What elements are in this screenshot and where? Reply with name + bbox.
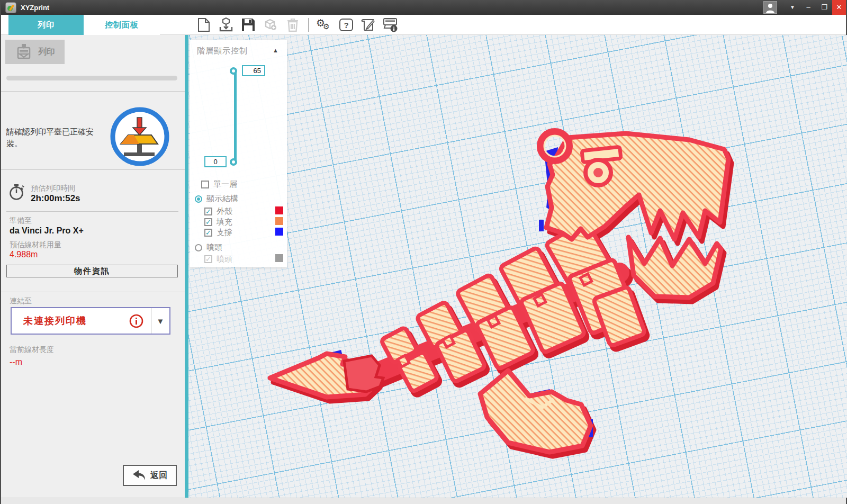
viewport-3d[interactable]: 階層顯示控制 ▲ 65 0 單一層 顯示結構 ✓ 外殼 ✓ 填充	[188, 35, 847, 498]
connection-info-icon[interactable]	[129, 314, 143, 328]
infill-color-swatch	[275, 217, 283, 225]
back-button[interactable]: 返回	[123, 465, 177, 486]
model-head	[546, 133, 728, 239]
platform-instruction-text: 請確認列印平臺已正確安裝。	[6, 126, 102, 149]
print-button[interactable]: 列印	[5, 40, 65, 64]
layer-panel-title: 階層顯示控制	[197, 46, 248, 56]
toolbar-separator	[308, 18, 309, 32]
toolbar: ⚙⚙ ?	[196, 15, 399, 35]
printer-info-icon[interactable]	[383, 17, 399, 33]
maximize-button[interactable]: ❐	[816, 0, 832, 15]
object-info-button[interactable]: 物件資訊	[6, 265, 178, 277]
model-lower-jaw	[628, 237, 721, 298]
shell-checkbox[interactable]: ✓	[204, 208, 212, 215]
title-bar: XYZprint ▼ – ❐ ✕	[1, 0, 846, 15]
layer-lower-value[interactable]: 0	[204, 156, 227, 167]
back-button-label: 返回	[150, 470, 167, 481]
stopwatch-icon	[8, 183, 25, 201]
nozzle-color-swatch	[275, 254, 283, 262]
show-structure-radio[interactable]	[195, 195, 202, 203]
nozzle-row[interactable]: ✓ 噴頭	[204, 254, 232, 264]
delete-icon[interactable]	[285, 17, 301, 33]
user-account-icon[interactable]	[763, 1, 777, 14]
platform-install-icon	[109, 106, 170, 169]
shell-row[interactable]: ✓ 外殼	[204, 206, 232, 217]
current-filament-value: --m	[10, 357, 22, 367]
estimated-time-label: 預估列印時間	[31, 184, 75, 193]
nozzle-radio-row[interactable]: 噴頭	[195, 242, 222, 253]
tab-toolbar-strip: 列印 控制面板 ⚙⚙ ?	[1, 15, 846, 35]
print-button-label: 列印	[38, 47, 55, 58]
app-window: XYZprint ▼ – ❐ ✕ 列印 控制面板	[0, 0, 847, 504]
layer-slider-upper-handle[interactable]	[230, 67, 237, 75]
sliced-model-trex[interactable]	[188, 35, 847, 498]
layer-display-panel: 階層顯示控制 ▲ 65 0 單一層 顯示結構 ✓ 外殼 ✓ 填充	[190, 40, 287, 267]
panel-viewport-divider	[185, 35, 188, 498]
infill-checkbox[interactable]: ✓	[204, 218, 212, 226]
printer-connection-dropdown[interactable]: 未連接列印機 ▼	[11, 307, 170, 335]
window-menu-caret[interactable]: ▼	[785, 0, 800, 15]
window-footer-strip	[1, 498, 846, 504]
filament-usage-value: 4.988m	[10, 250, 38, 259]
single-layer-checkbox[interactable]	[201, 181, 209, 188]
shell-color-swatch	[275, 206, 283, 214]
single-layer-row[interactable]: 單一層	[201, 179, 237, 190]
layer-upper-value[interactable]: 65	[242, 65, 265, 76]
help-icon[interactable]: ?	[338, 17, 354, 33]
export-model-icon[interactable]	[263, 17, 278, 33]
current-filament-label: 當前線材長度	[10, 345, 54, 355]
app-logo-icon	[5, 2, 16, 13]
close-button[interactable]: ✕	[832, 0, 846, 15]
window-title: XYZprint	[21, 4, 49, 12]
tab-control-panel[interactable]: 控制面板	[84, 15, 160, 35]
support-color-swatch	[275, 228, 283, 236]
minimize-button[interactable]: –	[800, 0, 816, 15]
new-file-icon[interactable]	[196, 17, 212, 33]
tab-print[interactable]: 列印	[8, 15, 84, 35]
dropdown-caret-icon[interactable]: ▼	[151, 317, 169, 326]
connect-to-label: 連結至	[10, 296, 32, 306]
infill-row[interactable]: ✓ 填充	[204, 217, 232, 227]
printer-model: da Vinci Jr. Pro X+	[10, 226, 84, 236]
support-row[interactable]: ✓ 支撐	[204, 228, 232, 238]
nozzle-checkbox[interactable]: ✓	[204, 255, 212, 263]
nozzle-radio[interactable]	[195, 244, 202, 251]
print-sidebar: 列印 請確認列印平臺已正確安裝。 預估列印時間 2h:	[1, 35, 185, 497]
estimated-time-value: 2h:00m:52s	[31, 193, 80, 204]
support-checkbox[interactable]: ✓	[204, 229, 212, 237]
show-structure-row[interactable]: 顯示結構	[195, 194, 238, 204]
connection-status-text: 未連接列印機	[23, 314, 129, 327]
collapse-panel-icon[interactable]: ▲	[273, 47, 278, 53]
prepare-label: 準備至	[10, 216, 32, 226]
print-progress-track	[6, 76, 177, 80]
filament-usage-label: 預估線材耗用量	[10, 240, 61, 250]
layer-range-slider[interactable]	[234, 71, 237, 163]
edit-notes-icon[interactable]	[361, 17, 376, 33]
back-arrow-icon	[132, 470, 146, 481]
import-model-icon[interactable]	[218, 17, 234, 33]
layer-slider-lower-handle[interactable]	[230, 158, 237, 166]
settings-icon[interactable]: ⚙⚙	[316, 17, 332, 33]
save-icon[interactable]	[240, 17, 256, 33]
